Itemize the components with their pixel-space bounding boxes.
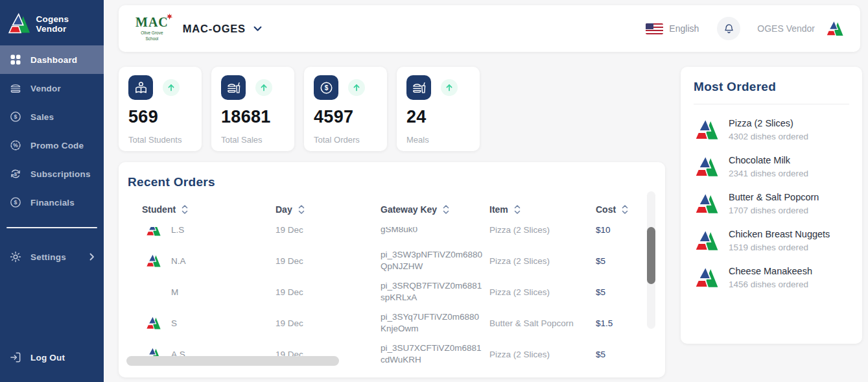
column-header-day[interactable]: Day <box>276 204 305 215</box>
dish-logo-icon <box>694 265 718 291</box>
order-item: Pizza (2 Slices) <box>489 350 587 359</box>
most-ordered-panel: Most Ordered Pizza (2 Slices) 4302 dishe… <box>681 67 862 344</box>
burger-icon <box>9 82 22 95</box>
dollar-circle-icon <box>9 110 22 123</box>
school-switcher[interactable]: MAC-OGES <box>183 23 246 35</box>
stat-card-total-students: 569 Total Students <box>119 67 202 151</box>
gateway-key: pi_3SRQB7FTiVZ0m6881spKRLxA <box>381 280 483 304</box>
recent-orders-panel: Recent Orders Student Day Gateway Key It… <box>119 162 665 377</box>
order-item: Pizza (2 Slices) <box>489 227 587 235</box>
list-item: Butter & Salt Popcorn 1707 dishes ordere… <box>694 191 849 217</box>
dish-logo-icon <box>694 117 718 143</box>
list-item: Pizza (2 Slices) 4302 dishes ordered <box>694 117 849 143</box>
chevron-down-icon[interactable] <box>253 26 262 32</box>
sort-icon <box>622 204 628 215</box>
dish-count: 1456 dishes ordered <box>729 280 812 289</box>
sidebar-item-subscriptions[interactable]: Subscriptions <box>0 160 104 188</box>
dashboard-icon <box>9 53 22 66</box>
trend-up-icon <box>255 79 272 96</box>
order-day: 19 Dec <box>276 227 303 235</box>
sidebar-item-promo-code[interactable]: Promo Code <box>0 131 104 160</box>
stat-card-meals: 24 Meals <box>397 67 480 151</box>
dollar-refresh-icon <box>9 167 22 180</box>
column-header-item[interactable]: Item <box>489 204 521 215</box>
dollar-circle-icon <box>9 196 22 209</box>
dish-name: Butter & Salt Popcorn <box>729 192 819 202</box>
sidebar-item-vendor[interactable]: Vendor <box>0 74 104 102</box>
sort-icon <box>443 204 449 215</box>
list-item: Chocolate Milk 2341 dishes ordered <box>694 154 849 180</box>
account-name[interactable]: OGES Vendor <box>757 23 815 34</box>
column-header-gateway-key[interactable]: Gateway Key <box>381 204 449 215</box>
stat-label: Total Sales <box>221 135 285 145</box>
stat-card-total-sales: 18681 Total Sales <box>211 67 294 151</box>
trend-up-icon <box>163 79 180 96</box>
list-item: Cheese Manakeesh 1456 dishes ordered <box>694 265 849 291</box>
student-avatar-logo <box>145 315 161 331</box>
sort-icon <box>298 204 305 215</box>
stat-value: 18681 <box>221 107 285 127</box>
divider <box>694 104 849 104</box>
stat-value: 24 <box>406 107 470 127</box>
order-cost: $1.5 <box>596 318 613 328</box>
most-ordered-title: Most Ordered <box>694 80 849 94</box>
table-row: M 19 Dec pi_3SRQB7FTiVZ0m6881spKRLxA Piz… <box>119 276 655 307</box>
language-selector[interactable]: English <box>646 23 699 34</box>
stat-label: Total Students <box>128 135 192 145</box>
meal-icon <box>221 75 246 100</box>
order-cost: $5 <box>596 350 605 359</box>
orders-table-header: Student Day Gateway Key Item Cost <box>119 204 665 221</box>
sidebar-item-financials[interactable]: Financials <box>0 188 104 217</box>
student-icon <box>128 75 153 100</box>
order-day: 19 Dec <box>276 287 303 297</box>
logout-button[interactable]: Log Out <box>0 343 104 372</box>
sidebar-item-label: Subscriptions <box>30 169 91 179</box>
dish-count: 2341 dishes ordered <box>729 169 808 178</box>
order-day: 19 Dec <box>276 318 303 328</box>
column-header-cost[interactable]: Cost <box>596 204 628 215</box>
gateway-key: pi_3SW3pNFTiVZ0m6880QpNJZHW <box>381 249 483 272</box>
student-name: S <box>171 318 177 328</box>
meal-icon <box>406 75 431 100</box>
vertical-scrollbar-thumb[interactable] <box>647 227 655 284</box>
sort-icon <box>514 204 521 215</box>
gateway-key: gSM8uk0 <box>381 227 483 235</box>
dish-count: 1519 dishes ordered <box>729 243 830 252</box>
student-avatar-logo <box>145 227 161 238</box>
trend-up-icon <box>441 79 458 96</box>
order-cost: $5 <box>596 287 605 297</box>
stat-label: Meals <box>406 135 470 145</box>
sidebar-item-label: Promo Code <box>30 141 84 150</box>
dish-count: 4302 dishes ordered <box>729 132 808 141</box>
sidebar-item-label: Dashboard <box>30 55 77 65</box>
table-row: S 19 Dec pi_3SYq7UFTiVZ0m6880KnjeOwm But… <box>119 307 655 339</box>
stat-label: Total Orders <box>314 135 377 145</box>
table-row: N.A 19 Dec pi_3SW3pNFTiVZ0m6880QpNJZHW P… <box>119 245 655 276</box>
notifications-button[interactable] <box>717 17 740 40</box>
stats-row: 569 Total Students 18681 Total Sales 459… <box>119 67 480 151</box>
horizontal-scrollbar-thumb[interactable] <box>126 356 339 366</box>
sidebar: Cogens Vendor Dashboard Vendor Sales Pro… <box>0 0 104 382</box>
order-item: Pizza (2 Slices) <box>489 256 587 266</box>
brand-name: Cogens Vendor <box>36 14 96 34</box>
table-row: L.S 19 Dec gSM8uk0 Pizza (2 Slices) $10 <box>119 227 655 245</box>
student-avatar-photo <box>145 283 161 300</box>
sidebar-nav: Dashboard Vendor Sales Promo Code Subscr… <box>0 45 104 271</box>
dish-count: 1707 dishes ordered <box>729 206 819 215</box>
column-header-student[interactable]: Student <box>142 204 188 215</box>
student-name: M <box>171 287 178 297</box>
dish-logo-icon <box>694 191 718 217</box>
recent-orders-title: Recent Orders <box>128 175 215 189</box>
us-flag-icon <box>646 23 663 34</box>
gateway-key: pi_3SYq7UFTiVZ0m6880KnjeOwm <box>381 311 483 335</box>
order-item: Pizza (2 Slices) <box>489 287 587 297</box>
sidebar-item-dashboard[interactable]: Dashboard <box>0 45 104 74</box>
dish-name: Chicken Breast Nuggets <box>729 229 830 239</box>
sidebar-item-settings[interactable]: Settings <box>0 243 104 271</box>
student-avatar-logo <box>145 252 161 269</box>
school-logo-title: MAC <box>135 16 169 29</box>
sidebar-item-sales[interactable]: Sales <box>0 102 104 131</box>
account-avatar[interactable] <box>825 19 843 38</box>
sort-icon <box>182 204 188 215</box>
logout-icon <box>9 351 22 364</box>
